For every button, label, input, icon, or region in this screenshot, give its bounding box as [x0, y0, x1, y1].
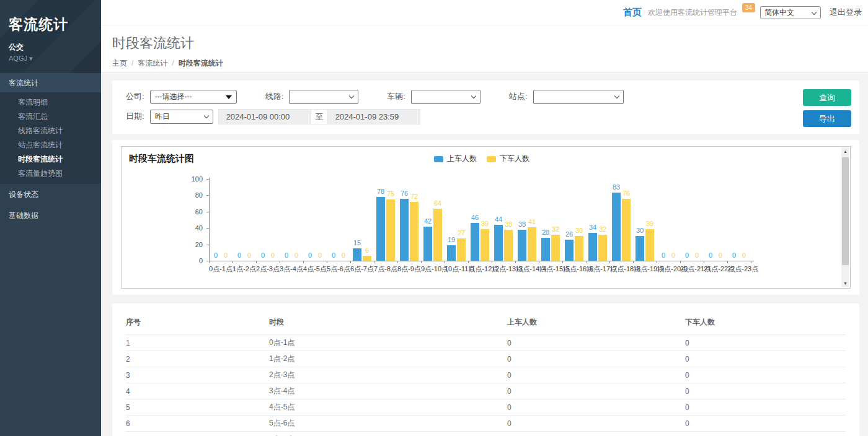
breadcrumb-item[interactable]: 主页 [112, 59, 127, 68]
bar-value-label: 41 [524, 218, 540, 225]
breadcrumb-separator: / [172, 59, 174, 68]
bar-下车人数-8 [410, 202, 418, 261]
sidebar-item-station-passenger-stats[interactable]: 站点客流统计 [0, 138, 101, 152]
x-category-label: 13点-14点 [515, 264, 539, 274]
y-tick-mark [206, 212, 209, 212]
org-code-dropdown[interactable]: AQGJ ▾ [9, 54, 92, 63]
notification-badge[interactable]: 34 [742, 3, 755, 12]
bar-上车人数-18 [636, 236, 644, 261]
query-button[interactable]: 查询 [803, 89, 851, 106]
sidebar-item-device-status[interactable]: 设备状态 [0, 184, 101, 205]
bar-上车人数-14 [541, 238, 550, 261]
sidebar-item-passenger-summary[interactable]: 客流汇总 [0, 110, 101, 124]
table-cell: 0 [507, 367, 685, 383]
x-category-label: 16点-17点 [586, 264, 609, 274]
x-tick-mark [303, 261, 304, 263]
station-select[interactable] [533, 90, 624, 104]
table-header-cell: 序号 [126, 313, 269, 335]
sidebar-item-passenger-stats[interactable]: 客流统计 [0, 74, 101, 92]
x-tick-mark [468, 261, 469, 263]
date-range-select-value: 昨日 [155, 112, 170, 121]
date-end-input[interactable]: 2024-01-09 23:59 [328, 110, 420, 124]
export-button[interactable]: 导出 [803, 110, 851, 127]
date-range-select[interactable]: 昨日 [150, 110, 213, 124]
org-name: 公交 [9, 42, 92, 53]
company-select-value: ---请选择--- [155, 92, 192, 101]
chart-scrollbar: ▲ ▼ [841, 147, 849, 287]
logout-link[interactable]: 退出登录 [830, 7, 862, 18]
y-tick-label: 20 [184, 241, 203, 248]
x-category-label: 6点-7点 [350, 264, 374, 274]
x-category-label: 8点-9点 [397, 264, 421, 274]
date-start-input[interactable]: 2024-01-09 00:00 [219, 110, 311, 124]
app-title: 客流统计 [9, 15, 92, 34]
table-cell: 7 [126, 432, 269, 436]
table-cell: 0 [685, 416, 846, 432]
sidebar-item-base-data[interactable]: 基础数据 [0, 205, 101, 226]
route-label: 线路: [265, 91, 284, 102]
bar-value-label: 39 [642, 220, 658, 227]
x-tick-mark [586, 261, 587, 263]
company-select[interactable]: ---请选择--- [150, 90, 237, 104]
vehicle-select[interactable] [411, 90, 480, 104]
x-tick-mark [209, 261, 210, 263]
bar-下车人数-14 [551, 235, 560, 261]
date-group: 2024-01-09 00:00 至 2024-01-09 23:59 [218, 109, 420, 124]
y-tick-label: 80 [184, 191, 203, 199]
scrollbar-down-arrow-icon[interactable]: ▼ [841, 279, 849, 287]
bar-value-label: 15 [349, 239, 365, 246]
sidebar-item-route-passenger-stats[interactable]: 线路客流统计 [0, 124, 101, 138]
language-select[interactable]: 简体中文 [760, 6, 821, 19]
bar-下车人数-18 [645, 229, 654, 261]
x-tick-mark [374, 261, 374, 263]
bar-上车人数-10 [447, 245, 456, 261]
y-tick-mark [206, 195, 209, 196]
bar-下车人数-7 [386, 199, 395, 261]
sidebar-item-period-passenger-stats[interactable]: 时段客流统计 [0, 152, 101, 167]
scrollbar-up-arrow-icon[interactable]: ▲ [841, 147, 849, 155]
x-category-label: 21点-22点 [704, 264, 727, 274]
sidebar-submenu-passenger-stats: 客流明细客流汇总线路客流统计站点客流统计时段客流统计客流量趋势图 [0, 92, 101, 184]
x-category-label: 12点-13点 [492, 264, 515, 274]
sidebar-header: 客流统计 公交 AQGJ ▾ [0, 0, 101, 73]
x-tick-mark [397, 261, 398, 263]
company-label: 公司: [126, 91, 144, 102]
sidebar-nav: 客流统计客流明细客流汇总线路客流统计站点客流统计时段客流统计客流量趋势图设备状态… [0, 73, 101, 226]
table-cell: 0 [507, 351, 685, 367]
route-select[interactable] [289, 90, 358, 104]
table-cell: 5 [126, 399, 269, 416]
chart-panel: 时段车流统计图 上车人数下车人数 020406080100000点-1点001点… [112, 140, 859, 295]
x-tick-mark [704, 261, 704, 263]
y-tick-mark [206, 245, 209, 245]
bar-下车人数-6 [363, 256, 371, 261]
x-tick-mark [609, 261, 610, 263]
home-link[interactable]: 首页 [623, 7, 642, 19]
bar-value-label: 72 [406, 193, 422, 200]
x-tick-mark [350, 261, 351, 263]
x-tick-mark [492, 261, 492, 263]
breadcrumb-item[interactable]: 客流统计 [138, 59, 167, 68]
dropdown-triangle-icon [226, 95, 232, 99]
chevron-down-icon [614, 93, 619, 98]
y-tick-label: 60 [184, 208, 203, 216]
x-tick-mark [633, 261, 634, 263]
table-cell: 6点-7点 [269, 432, 507, 436]
table-cell: 0 [507, 335, 685, 351]
table-header-cell: 下车人数 [685, 313, 846, 335]
table-row: 43点-4点00 [126, 383, 846, 399]
x-tick-mark [280, 261, 280, 263]
x-tick-mark [727, 261, 728, 263]
sidebar-item-passenger-detail[interactable]: 客流明细 [0, 95, 101, 110]
sidebar-item-passenger-trend-chart[interactable]: 客流量趋势图 [0, 167, 101, 181]
table-header-cell: 时段 [269, 313, 507, 335]
x-tick-mark [680, 261, 681, 263]
x-category-label: 4点-5点 [303, 264, 327, 274]
table-cell: 0 [685, 351, 846, 367]
table-cell: 6 [126, 416, 269, 432]
bar-下车人数-16 [598, 235, 607, 261]
scrollbar-thumb[interactable] [842, 157, 849, 265]
bar-下车人数-17 [622, 199, 631, 261]
x-category-label: 22点-23点 [727, 264, 751, 274]
sidebar: 客流统计 公交 AQGJ ▾ 客流统计客流明细客流汇总线路客流统计站点客流统计时… [0, 0, 101, 436]
x-category-label: 15点-16点 [562, 264, 586, 274]
